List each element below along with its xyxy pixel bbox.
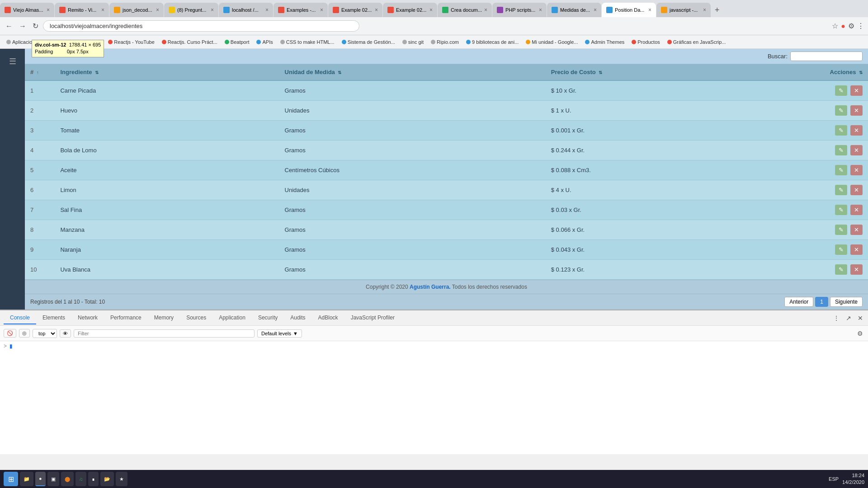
new-tab-button[interactable]: + xyxy=(711,5,723,15)
start-button[interactable]: ⊞ xyxy=(4,472,18,486)
next-button[interactable]: Siguiente xyxy=(830,297,863,307)
table-row: 4 Bola de Lomo Gramos $ 0.244 x Gr. ✎ ✕ xyxy=(25,141,868,160)
extension-icon[interactable]: ⚙ xyxy=(848,22,854,30)
devtools-tab-security[interactable]: Security xyxy=(252,312,284,324)
taskbar-calculator[interactable]: ∎ xyxy=(88,472,99,486)
sidebar-menu-icon[interactable]: ☰ xyxy=(5,53,21,70)
delete-button[interactable]: ✕ xyxy=(850,244,863,255)
taskbar-star[interactable]: ★ xyxy=(116,472,127,486)
edit-button[interactable]: ✎ xyxy=(835,185,847,195)
browser-tab-t12[interactable]: Position Da...× xyxy=(602,3,656,17)
edit-button[interactable]: ✎ xyxy=(835,264,847,275)
browser-tab-t11[interactable]: Medidas de...× xyxy=(547,3,601,17)
edit-button[interactable]: ✎ xyxy=(835,105,847,116)
browser-tab-t1[interactable]: Viejo Almas...× xyxy=(0,3,54,17)
reload-button[interactable]: ↻ xyxy=(31,21,40,31)
toggle-console-button[interactable]: ◎ xyxy=(19,329,30,338)
bookmark-item-5[interactable]: APIs xyxy=(254,38,275,46)
browser-tab-t10[interactable]: PHP scripts...× xyxy=(492,3,547,17)
taskbar-folder[interactable]: 📂 xyxy=(100,472,114,486)
devtools-tab-memory[interactable]: Memory xyxy=(148,312,180,324)
taskbar-color-icon[interactable]: ⬤ xyxy=(61,472,74,486)
delete-button[interactable]: ✕ xyxy=(850,125,863,136)
bookmark-item-9[interactable]: Ripio.com xyxy=(428,38,462,46)
edit-button[interactable]: ✎ xyxy=(835,145,847,155)
bookmark-item-7[interactable]: Sistema de Gestión... xyxy=(339,38,398,46)
devtools-tab-application[interactable]: Application xyxy=(212,312,252,324)
devtools-tab-audits[interactable]: Audits xyxy=(284,312,311,324)
bookmark-item-2[interactable]: Reactjs - YouTube xyxy=(105,38,157,46)
devtools-undock-button[interactable]: ↗ xyxy=(844,313,853,323)
url-input[interactable] xyxy=(43,20,359,32)
bookmark-item-6[interactable]: CSS to make HTML... xyxy=(278,38,337,46)
edit-button[interactable]: ✎ xyxy=(835,125,847,136)
edit-button[interactable]: ✎ xyxy=(835,205,847,215)
clear-console-button[interactable]: 🚫 xyxy=(4,329,16,338)
bookmark-item-11[interactable]: Mi unidad - Google... xyxy=(523,38,580,46)
browser-tab-t3[interactable]: json_decod...× xyxy=(109,3,164,17)
bookmark-item-12[interactable]: Admin Themes xyxy=(582,38,627,46)
bookmark-item-0[interactable]: Aplicaciones xyxy=(4,38,43,46)
taskbar-vscode[interactable]: ▣ xyxy=(47,472,59,486)
devtools-dock-button[interactable]: ⋮ xyxy=(832,313,841,323)
browser-tab-t13[interactable]: javascript -...× xyxy=(656,3,711,17)
devtools-tab-sources[interactable]: Sources xyxy=(180,312,212,324)
delete-button[interactable]: ✕ xyxy=(850,225,863,235)
devtools-tab-console[interactable]: Console xyxy=(4,312,36,324)
opera-icon[interactable]: ● xyxy=(841,22,845,30)
edit-button[interactable]: ✎ xyxy=(835,165,847,175)
bookmark-item-8[interactable]: sinc git xyxy=(400,38,426,46)
delete-button[interactable]: ✕ xyxy=(850,205,863,215)
browser-tab-t8[interactable]: Example 02...× xyxy=(383,3,437,17)
browser-tab-t7[interactable]: Example 02...× xyxy=(328,3,382,17)
bookmark-star-icon[interactable]: ☆ xyxy=(832,22,838,30)
col-ingrediente[interactable]: Ingrediente ⇅ xyxy=(55,64,279,80)
col-acciones[interactable]: Acciones ⇅ xyxy=(784,64,868,80)
browser-tab-t5[interactable]: localhost /...× xyxy=(219,3,273,17)
taskbar-file-explorer[interactable]: 📁 xyxy=(20,472,33,486)
browser-tab-t4[interactable]: (8) Pregunt...× xyxy=(164,3,218,17)
levels-dropdown[interactable]: Default levels ▼ xyxy=(257,329,302,338)
devtools-tab-elements[interactable]: Elements xyxy=(36,312,71,324)
delete-button[interactable]: ✕ xyxy=(850,264,863,275)
browser-tab-t9[interactable]: Crea docum...× xyxy=(438,3,492,17)
delete-button[interactable]: ✕ xyxy=(850,185,863,195)
delete-button[interactable]: ✕ xyxy=(850,85,863,96)
edit-button[interactable]: ✎ xyxy=(835,244,847,255)
bookmark-item-10[interactable]: 9 bibliotecas de ani... xyxy=(463,38,521,46)
edit-button[interactable]: ✎ xyxy=(835,225,847,235)
devtools-tab-network[interactable]: Network xyxy=(71,312,104,324)
bookmark-item-1[interactable]: Reactjs | Curso y Ej... xyxy=(45,38,104,46)
devtools-tab-performance[interactable]: Performance xyxy=(104,312,148,324)
context-select[interactable]: top xyxy=(33,329,57,338)
bookmark-item-13[interactable]: Productos xyxy=(629,38,663,46)
edit-button[interactable]: ✎ xyxy=(835,85,847,96)
prev-button[interactable]: Anterior xyxy=(784,297,813,307)
back-button[interactable]: ← xyxy=(4,21,14,31)
devtools-close-button[interactable]: ✕ xyxy=(856,313,864,323)
browser-tab-t6[interactable]: Examples -...× xyxy=(274,3,328,17)
devtools-tab-adblock[interactable]: AdBlock xyxy=(312,312,344,324)
forward-button[interactable]: → xyxy=(17,21,28,31)
bookmark-item-14[interactable]: Gráficas en JavaScrip... xyxy=(665,38,729,46)
taskbar-chrome[interactable]: ● xyxy=(35,472,46,486)
devtools-settings-button[interactable]: ⚙ xyxy=(856,328,864,338)
page-1-button[interactable]: 1 xyxy=(815,297,828,307)
settings-icon[interactable]: ⋮ xyxy=(857,22,864,30)
col-precio[interactable]: Precio de Costo ⇅ xyxy=(546,64,784,80)
col-num[interactable]: # ↑ xyxy=(25,64,55,80)
col-unidad[interactable]: Unidad de Medida ⇅ xyxy=(279,64,546,80)
bookmark-item-3[interactable]: Reactjs. Curso Práct... xyxy=(159,38,220,46)
filter-input[interactable] xyxy=(74,329,255,338)
eye-button[interactable]: 👁 xyxy=(60,329,71,338)
delete-button[interactable]: ✕ xyxy=(850,105,863,116)
search-input[interactable] xyxy=(790,52,863,61)
bookmark-item-4[interactable]: Beatport xyxy=(222,38,252,46)
prompt-cursor[interactable]: ▮ xyxy=(9,343,13,349)
devtools-tab-javascript-profiler[interactable]: JavaScript Profiler xyxy=(344,312,401,324)
author-link[interactable]: Agustín Guerra. xyxy=(410,284,451,290)
browser-tab-t2[interactable]: Remito - Vi...× xyxy=(55,3,109,17)
delete-button[interactable]: ✕ xyxy=(850,165,863,175)
delete-button[interactable]: ✕ xyxy=(850,145,863,155)
taskbar-spotify[interactable]: ♫ xyxy=(75,472,86,486)
